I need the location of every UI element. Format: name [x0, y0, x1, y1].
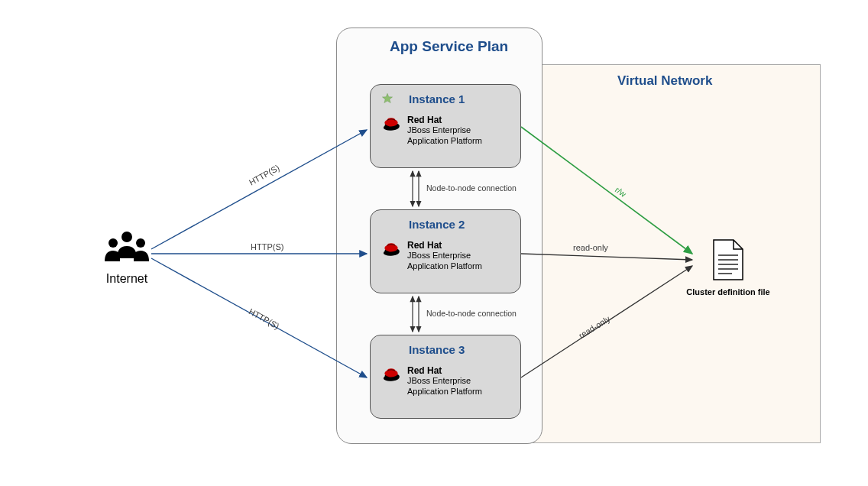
instance-2-brand: Red Hat [407, 240, 482, 251]
internet-node: Internet [89, 228, 165, 286]
instance-2-title: Instance 2 [409, 218, 511, 231]
app-service-plan-title: App Service Plan [390, 38, 508, 55]
instance-2-box: Instance 2 Red Hat JBoss Enterprise Appl… [370, 209, 521, 293]
instance-3-brand: Red Hat [407, 365, 482, 376]
node-conn-label-1: Node-to-node connection [426, 183, 517, 193]
instance-3-box: Instance 3 Red Hat JBoss Enterprise Appl… [370, 335, 521, 419]
cluster-file-node: Cluster definition file [686, 238, 770, 296]
redhat-icon [381, 241, 401, 257]
node-conn-label-2: Node-to-node connection [426, 309, 517, 318]
instance-1-title: Instance 1 [409, 92, 511, 105]
architecture-diagram: Virtual Network App Service Plan Instanc… [0, 0, 868, 486]
instance-3-title: Instance 3 [409, 343, 511, 356]
svg-point-8 [108, 238, 118, 248]
instance-1-line2: Application Platform [407, 136, 482, 146]
instance-1-line1: JBoss Enterprise [407, 125, 482, 135]
instance-2-redhat: Red Hat JBoss Enterprise Application Pla… [381, 240, 511, 271]
instance-1-redhat: Red Hat JBoss Enterprise Application Pla… [381, 115, 511, 146]
virtual-network-title: Virtual Network [617, 73, 712, 89]
internet-label: Internet [89, 272, 165, 286]
http-label-2: HTTP(S) [251, 242, 283, 251]
instance-3-line1: JBoss Enterprise [407, 376, 482, 386]
instance-1-brand: Red Hat [407, 115, 482, 125]
svg-line-20 [151, 130, 367, 249]
redhat-icon [381, 367, 401, 382]
file-icon [711, 238, 746, 281]
readonly-label-1: read-only [573, 243, 608, 252]
redhat-icon [381, 116, 401, 131]
star-icon [381, 92, 394, 105]
instance-3-line2: Application Platform [407, 387, 482, 397]
http-label-3: HTTP(S) [248, 306, 281, 331]
instance-1-box: Instance 1 Red Hat JBoss Enterprise Appl… [370, 84, 521, 168]
svg-point-7 [121, 232, 132, 242]
instance-3-redhat: Red Hat JBoss Enterprise Application Pla… [381, 365, 511, 397]
instance-2-line2: Application Platform [407, 261, 482, 271]
svg-point-9 [136, 238, 145, 248]
users-icon [100, 228, 154, 266]
svg-marker-0 [382, 93, 392, 102]
cluster-file-label: Cluster definition file [686, 287, 770, 296]
http-label-1: HTTP(S) [248, 163, 281, 187]
instance-2-line1: JBoss Enterprise [407, 251, 482, 261]
